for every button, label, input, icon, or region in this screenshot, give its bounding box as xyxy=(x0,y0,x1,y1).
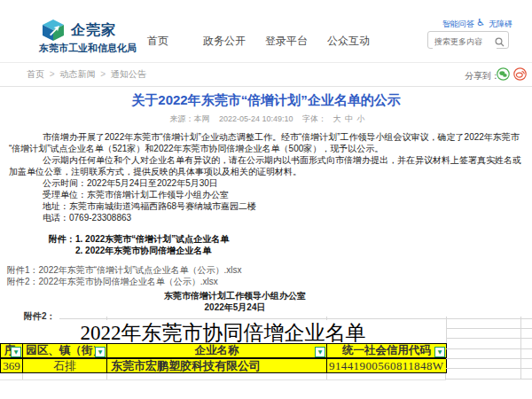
font-size-small[interactable]: 小 xyxy=(357,114,365,123)
nav-item-public-interaction[interactable]: 公众互动 xyxy=(327,34,370,49)
nav-item-gov-affairs[interactable]: 政务公开 xyxy=(203,34,246,49)
paragraph: 市倍增办开展了2022年东莞市“倍增计划”企业动态调整工作。经市“倍增计划”工作… xyxy=(9,131,521,154)
grid-line xyxy=(22,373,23,379)
article-datetime: 2022-05-24 10:49:10 xyxy=(219,114,293,123)
sheet-data-row: 369 石排 东莞市宏鹏塑胶科技有限公司 91441900560811848W xyxy=(0,358,447,373)
col-header-label: 园区、镇（街） xyxy=(26,343,104,358)
site-brand: 企莞家 xyxy=(71,21,116,40)
col-header-credit-code: 统一社会信用代码 ▼ xyxy=(326,343,447,358)
share-weibo-icon[interactable] xyxy=(513,67,527,81)
col-header-district: 园区、镇（街） ▼ xyxy=(22,343,107,358)
article-source: 来源：本网 xyxy=(169,114,209,123)
accessibility-link[interactable]: 无障碍 xyxy=(489,19,512,30)
grid-line xyxy=(446,328,532,329)
col-header-label: 企业名称 xyxy=(195,343,239,358)
breadcrumb-news[interactable]: 动态新闻 xyxy=(59,69,95,79)
breadcrumb-separator: > xyxy=(50,69,55,79)
attachment-link-2-partial[interactable]: 附件2： xyxy=(24,310,56,323)
paragraph-address: 地址：东莞市南城街道鸿福西路68号赛纳城市嘉园二楼 xyxy=(9,200,521,212)
breadcrumb: 首页 > 动态新闻 > 通知公告 xyxy=(27,68,149,81)
grid-line xyxy=(446,358,532,359)
share-label: 分享到： xyxy=(465,70,500,82)
grid-line xyxy=(446,348,532,349)
search-input[interactable] xyxy=(433,35,497,49)
spreadsheet-preview: 2022年东莞市协同倍增企业名单 序· ▼ 园区、镇（街） ▼ 企业名称 ▼ 统… xyxy=(0,317,532,399)
nav-item-login-platform[interactable]: 登录平台 xyxy=(265,34,308,49)
search-icon[interactable] xyxy=(495,35,505,51)
nav-item-home[interactable]: 首页 xyxy=(147,34,168,49)
breadcrumb-home[interactable]: 首页 xyxy=(27,69,44,79)
paragraph-accepting-unit: 受理单位：东莞市倍增计划工作领导小组办公室 xyxy=(9,189,521,200)
filter-icon: ▼ xyxy=(434,347,445,357)
search-box[interactable] xyxy=(427,31,509,49)
grid-line xyxy=(326,373,327,379)
paragraph-publicity-period: 公示时间：2022年5月24日至2022年5月30日 xyxy=(9,177,521,189)
cell-company: 东莞市宏鹏塑胶科技有限公司 xyxy=(106,358,327,373)
grid-line xyxy=(106,373,107,379)
filter-icon: ▼ xyxy=(11,347,21,357)
cell-seq: 369 xyxy=(0,358,23,373)
breadcrumb-separator: > xyxy=(100,69,106,79)
article-meta: 来源：本网 2022-05-24 10:49:10 字体： 大 中 小 xyxy=(0,113,532,125)
header-divider xyxy=(0,62,532,63)
filter-icon: ▼ xyxy=(95,347,106,357)
site-org-name: 东莞市工业和信息化局 xyxy=(39,42,137,55)
page-title: 关于2022年东莞市“倍增计划”企业名单的公示 xyxy=(0,92,532,109)
breadcrumb-divider xyxy=(0,86,532,87)
font-size-large[interactable]: 大 xyxy=(333,114,341,123)
cell-district: 石排 xyxy=(22,358,107,373)
col-header-label: 统一社会信用代码 xyxy=(342,343,431,358)
signature-office: 东莞市倍增计划工作领导小组办公室 xyxy=(129,290,341,302)
attachment-link-2[interactable]: 附件2：2022年东莞市协同倍增企业名单（公示）.xlsx xyxy=(7,276,218,288)
sheet-header-row: 序· ▼ 园区、镇（街） ▼ 企业名称 ▼ 统一社会信用代码 ▼ xyxy=(0,343,447,358)
filter-icon: ▼ xyxy=(315,347,325,357)
paragraph: 公示期内任何单位和个人对企业名单有异议的，请在公示期内以书面形式向市倍增办提出，… xyxy=(9,154,521,177)
attachment-link-1[interactable]: 附件1：2022年东莞市“倍增计划”试点企业名单（公示）.xlsx xyxy=(7,264,241,277)
cell-credit-code: 91441900560811848W xyxy=(326,358,447,373)
grid-line xyxy=(446,318,532,319)
attachments-heading: 附件：1. 2022东莞市“倍增计划”试点企业名单 xyxy=(49,233,229,246)
smart-qa-link[interactable]: 智能问答 xyxy=(442,19,474,30)
grid-line xyxy=(0,379,446,380)
grid-line xyxy=(446,368,532,369)
article-body: 市倍增办开展了2022年东莞市“倍增计划”企业动态调整工作。经市“倍增计划”工作… xyxy=(9,131,521,223)
attachments-heading-line2: 2. 2022年东莞市协同倍增企业名单 xyxy=(75,245,211,257)
grid-line xyxy=(446,338,532,339)
breadcrumb-notices[interactable]: 通知公告 xyxy=(111,69,146,79)
grid-line xyxy=(446,317,447,343)
col-header-seq: 序· ▼ xyxy=(0,343,23,358)
col-header-company: 企业名称 ▼ xyxy=(106,343,327,358)
paragraph-phone: 电话：0769-23308863 xyxy=(9,212,521,223)
accessibility-icon: ♿ xyxy=(476,17,485,28)
font-size-label: 字体： xyxy=(302,114,326,123)
grid-line xyxy=(446,379,532,379)
signature-date: 2022年5月24日 xyxy=(129,301,341,314)
share-wechat-icon[interactable] xyxy=(497,67,510,81)
font-size-medium[interactable]: 中 xyxy=(345,114,353,123)
grid-line xyxy=(520,317,521,379)
